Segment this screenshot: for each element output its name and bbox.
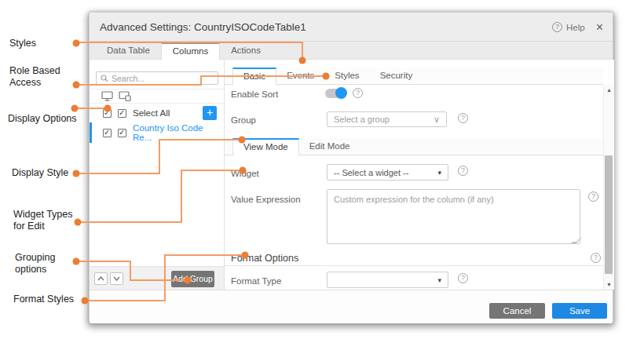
annotation-dot	[104, 105, 112, 112]
tab-security[interactable]: Security	[370, 68, 423, 84]
annotation-label-role-based-access: Role Based Access	[9, 65, 75, 89]
annotation-line	[181, 170, 182, 223]
divider	[90, 89, 224, 89]
group-select[interactable]: Select a group ∨	[327, 111, 447, 127]
annotation-dot	[71, 105, 79, 112]
toggle-knob	[335, 87, 347, 99]
select-all-label: Select All	[133, 108, 170, 118]
annotation-line	[164, 254, 166, 301]
help-button[interactable]: ? Help	[552, 22, 585, 32]
dropdown-caret-icon: ▾	[437, 169, 441, 177]
tab-columns[interactable]: Columns	[161, 42, 220, 60]
move-down-button[interactable]	[110, 272, 123, 285]
scrollbar-thumb[interactable]	[605, 155, 613, 274]
scroll-down-icon[interactable]: ▾	[604, 279, 614, 290]
mode-tab-bar: View Mode Edit Mode	[225, 138, 603, 155]
value-expression-textarea[interactable]	[327, 189, 580, 244]
annotation-line	[181, 170, 242, 171]
annotation-line	[159, 139, 160, 174]
annotation-line	[76, 42, 303, 43]
chevron-down-icon: ∨	[434, 115, 440, 125]
format-type-select[interactable]: ▾	[327, 272, 448, 288]
annotation-dot	[242, 252, 249, 259]
help-icon[interactable]: ?	[458, 273, 468, 283]
enable-sort-label: Enable Sort	[231, 89, 278, 99]
annotation-line	[78, 221, 182, 223]
annotation-line	[200, 75, 325, 77]
main-tab-bar: Data Table Columns Actions	[90, 42, 613, 60]
search-icon	[101, 75, 108, 82]
value-expression-label: Value Expression	[231, 195, 301, 204]
group-label: Group	[231, 115, 256, 125]
annotation-dot	[75, 219, 82, 226]
annotation-label-display-options: Display Options	[8, 113, 94, 125]
sidebar-footer: Add Group	[90, 266, 224, 290]
annotation-dot	[73, 170, 80, 177]
help-label: Help	[566, 23, 585, 32]
group-select-value: Select a group	[334, 115, 434, 124]
dialog-header: Advanced Settings: CountryISOCodeTable1 …	[90, 13, 613, 42]
column-settings-panel: Basic Events Styles Security Enable Sort…	[225, 60, 614, 290]
tab-actions[interactable]: Actions	[220, 42, 272, 59]
scroll-up-icon[interactable]: ▴	[604, 85, 614, 95]
advanced-settings-dialog: Advanced Settings: CountryISOCodeTable1 …	[89, 12, 613, 323]
annotation-line	[130, 261, 131, 281]
close-icon[interactable]: ×	[596, 21, 603, 34]
annotation-dot	[240, 167, 247, 174]
dialog-footer: Cancel Save	[90, 290, 613, 323]
chevron-up-icon	[97, 276, 104, 281]
annotation-line	[164, 254, 245, 256]
widget-select[interactable]: -- Select a widget -- ▾	[327, 164, 448, 181]
cancel-button[interactable]: Cancel	[489, 303, 545, 319]
page: Styles Role Based Access Display Options…	[0, 0, 644, 354]
dropdown-caret-icon: ▾	[437, 276, 441, 284]
annotation-line	[76, 84, 202, 86]
annotation-line	[130, 279, 188, 281]
add-column-button[interactable]: +	[203, 106, 217, 120]
annotation-label-grouping-options: Grouping options	[15, 252, 67, 276]
help-icon[interactable]: ?	[591, 253, 601, 263]
annotation-dot	[82, 297, 89, 305]
annotation-line	[85, 300, 166, 301]
help-icon[interactable]: ?	[458, 113, 468, 123]
annotation-dot	[239, 137, 246, 144]
tab-styles[interactable]: Styles	[324, 68, 369, 84]
chevron-down-icon	[113, 276, 120, 281]
desktop-view-icon[interactable]	[101, 91, 113, 101]
help-icon: ?	[552, 22, 562, 32]
help-icon[interactable]: ?	[588, 192, 598, 202]
annotation-dot	[73, 40, 80, 47]
annotation-line	[159, 139, 242, 141]
annotation-dot	[185, 277, 192, 284]
widget-select-value: -- Select a widget --	[334, 168, 437, 177]
annotation-dot	[73, 82, 80, 89]
annotation-label-format-styles: Format Styles	[13, 294, 92, 305]
divider	[225, 265, 603, 266]
dialog-title: Advanced Settings: CountryISOCodeTable1	[100, 21, 306, 33]
vertical-scrollbar[interactable]: ▴ ▾	[603, 85, 613, 290]
format-type-label: Format Type	[231, 276, 281, 286]
tab-edit-mode[interactable]: Edit Mode	[299, 138, 360, 155]
save-button[interactable]: Save	[552, 303, 607, 319]
annotation-dot	[73, 258, 80, 265]
annotation-label-styles: Styles	[9, 38, 64, 49]
mobile-view-icon[interactable]	[119, 91, 131, 101]
annotation-label-widget-types: Widget Types for Edit	[13, 209, 84, 232]
annotation-line	[76, 261, 131, 262]
move-up-button[interactable]	[94, 272, 108, 285]
column-checkbox-1[interactable]	[103, 129, 112, 137]
tab-data-table[interactable]: Data Table	[96, 42, 161, 59]
select-all-checkbox-2[interactable]	[118, 109, 126, 118]
enable-sort-toggle[interactable]	[325, 89, 346, 98]
search-input[interactable]	[112, 74, 206, 83]
column-checkbox-2[interactable]	[118, 129, 126, 137]
annotation-line	[75, 108, 108, 109]
help-icon[interactable]: ?	[458, 166, 468, 176]
help-icon[interactable]: ?	[353, 88, 363, 98]
annotation-dot	[323, 73, 330, 80]
annotation-dot	[299, 57, 306, 64]
